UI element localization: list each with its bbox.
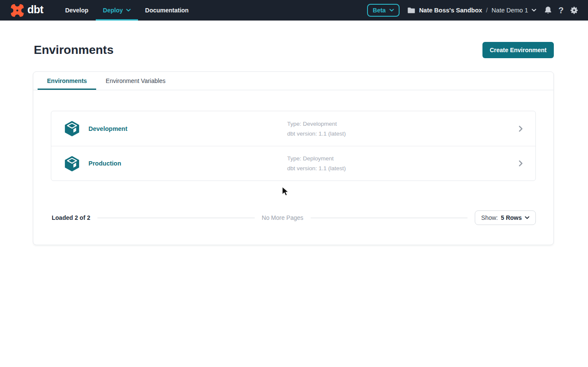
environment-row-left: Development (64, 121, 287, 136)
help-icon[interactable]: ? (559, 6, 564, 15)
dbt-logo[interactable]: dbt (10, 0, 43, 21)
environment-row-development[interactable]: Development Type: Development dbt versio… (51, 111, 535, 146)
loaded-count: Loaded 2 of 2 (51, 214, 90, 221)
beta-label: Beta (373, 7, 385, 14)
tab-bar: Environments Environment Variables (33, 72, 553, 90)
account-name[interactable]: Nate Boss's Sandbox (419, 7, 482, 14)
logo-text: dbt (27, 3, 43, 18)
tab-environment-variables[interactable]: Environment Variables (96, 72, 175, 90)
environments-card: Environments Environment Variables Devel… (33, 71, 554, 245)
environment-version: dbt version: 1.1 (latest) (287, 130, 519, 137)
breadcrumb: Nate Boss's Sandbox / Nate Demo 1 (407, 7, 536, 14)
environment-row-production[interactable]: Production Type: Deployment dbt version:… (51, 146, 535, 181)
navbar-icon-group: ? (544, 6, 579, 15)
nav-item-label: Develop (65, 7, 88, 14)
page-title: Environments (34, 43, 114, 57)
chevron-down-icon (126, 9, 131, 12)
environment-type: Type: Deployment (287, 155, 519, 162)
divider-line (311, 218, 467, 218)
divider-line (97, 218, 254, 218)
environment-list: Development Type: Development dbt versio… (51, 111, 536, 181)
gear-icon[interactable] (570, 6, 579, 15)
bell-icon[interactable] (544, 6, 552, 15)
top-navbar: dbt Develop Deploy Documentation Beta Na… (0, 0, 588, 21)
folder-icon (407, 7, 415, 14)
project-dropdown[interactable]: Nate Demo 1 (491, 7, 536, 14)
navbar-right: Beta Nate Boss's Sandbox / Nate Demo 1 (367, 0, 579, 21)
breadcrumb-separator: / (486, 7, 488, 14)
beta-dropdown[interactable]: Beta (367, 4, 399, 17)
environment-name-link[interactable]: Production (88, 160, 121, 167)
chevron-down-icon (525, 216, 529, 219)
environment-type: Type: Development (287, 121, 519, 127)
show-value: 5 Rows (501, 214, 522, 221)
dbt-logo-icon (10, 3, 24, 18)
nav-item-label: Documentation (145, 7, 189, 14)
nav-item-develop[interactable]: Develop (58, 0, 95, 21)
pagination-footer: Loaded 2 of 2 No More Pages Show: 5 Rows (51, 210, 536, 245)
project-name: Nate Demo 1 (491, 7, 528, 14)
chevron-down-icon (532, 9, 536, 12)
page-header: Environments Create Environment (34, 42, 554, 58)
create-environment-button[interactable]: Create Environment (482, 42, 554, 58)
nav-item-documentation[interactable]: Documentation (138, 0, 196, 21)
environment-details: Type: Deployment dbt version: 1.1 (lates… (287, 155, 519, 172)
tab-environments[interactable]: Environments (38, 72, 96, 90)
chevron-right-icon (519, 160, 523, 166)
environment-details: Type: Development dbt version: 1.1 (late… (287, 121, 519, 137)
environment-version: dbt version: 1.1 (latest) (287, 165, 519, 172)
environment-name-link[interactable]: Development (88, 125, 127, 132)
environment-row-left: Production (64, 156, 287, 172)
no-more-pages-label: No More Pages (262, 214, 303, 221)
environment-cube-icon (64, 121, 80, 136)
rows-per-page-dropdown[interactable]: Show: 5 Rows (475, 210, 536, 225)
show-label: Show: (481, 214, 498, 221)
chevron-down-icon (389, 9, 394, 12)
environment-cube-icon (64, 156, 80, 172)
chevron-right-icon (519, 126, 523, 132)
nav-item-label: Deploy (103, 7, 123, 14)
nav-item-deploy[interactable]: Deploy (96, 0, 138, 21)
